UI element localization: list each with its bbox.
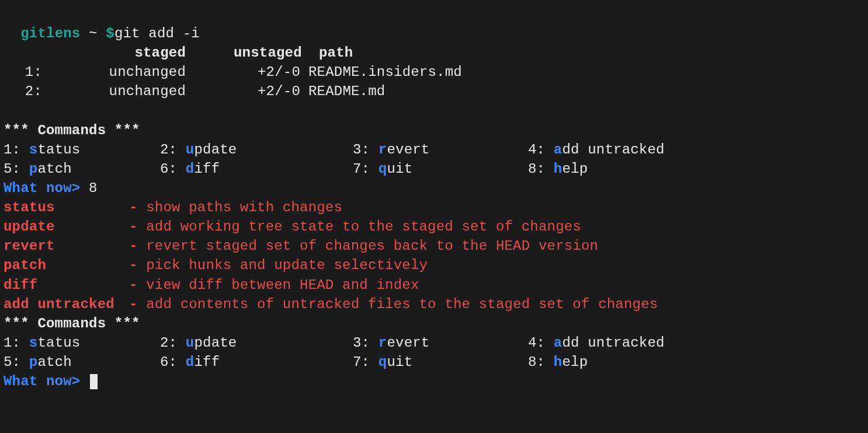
header-unstaged: unstaged [209, 43, 314, 62]
commands-row: 1: status 2: update 3: revert 4: add unt… [4, 140, 864, 159]
blank-line [4, 102, 864, 121]
file-unstaged: +2/-0 [209, 82, 308, 101]
what-now-prompt: What now> [4, 180, 80, 196]
help-line-add-untracked: add untracked- add contents of untracked… [4, 295, 864, 314]
commands-row: 5: patch 6: diff 7: quit 8: help [4, 159, 864, 179]
file-staged: unchanged [46, 82, 209, 101]
cmd-item-add-untracked[interactable]: 4: add untracked [528, 140, 665, 159]
cmd-item-quit[interactable]: 7: quit [353, 159, 528, 179]
prompt-line[interactable]: gitlens ~ $git add -i [4, 5, 864, 43]
commands-title: *** Commands *** [4, 314, 864, 333]
prompt-dir: gitlens [20, 26, 80, 41]
file-path: README.md [308, 82, 385, 101]
cmd-item-update[interactable]: 2: update [160, 140, 353, 159]
file-staged: unchanged [46, 62, 209, 82]
commands-title: *** Commands *** [4, 121, 864, 140]
what-now-line[interactable]: What now> [4, 372, 864, 391]
cmd-item-patch[interactable]: 5: patch [4, 352, 160, 372]
header-staged: staged [4, 43, 209, 62]
status-header: staged unstaged path [4, 43, 864, 62]
cmd-item-diff[interactable]: 6: diff [160, 352, 353, 372]
file-path: README.insiders.md [308, 62, 462, 82]
file-row: 1: unchanged +2/-0 README.insiders.md [4, 62, 864, 82]
file-unstaged: +2/-0 [209, 62, 308, 82]
cmd-item-quit[interactable]: 7: quit [353, 352, 528, 372]
cmd-item-add-untracked[interactable]: 4: add untracked [528, 333, 665, 352]
cmd-item-update[interactable]: 2: update [160, 333, 353, 352]
file-num: 2: [4, 82, 46, 101]
prompt-sep: ~ [89, 26, 98, 41]
commands-row: 5: patch 6: diff 7: quit 8: help [4, 352, 864, 372]
cmd-item-help[interactable]: 8: help [528, 159, 588, 179]
file-num: 1: [4, 62, 46, 82]
commands-row: 1: status 2: update 3: revert 4: add unt… [4, 333, 864, 352]
user-input: 8 [89, 180, 98, 196]
header-path: path [314, 43, 353, 62]
what-now-line[interactable]: What now> 8 [4, 179, 864, 198]
cmd-item-patch[interactable]: 5: patch [4, 159, 160, 179]
help-line-diff: diff- view diff between HEAD and index [4, 275, 864, 295]
cmd-item-revert[interactable]: 3: revert [353, 333, 528, 352]
prompt-command: git add -i [114, 26, 200, 41]
help-line-revert: revert- revert staged set of changes bac… [4, 236, 864, 256]
prompt-sigil: $ [106, 26, 114, 41]
what-now-prompt: What now> [4, 373, 80, 389]
cmd-item-diff[interactable]: 6: diff [160, 159, 353, 179]
cmd-item-help[interactable]: 8: help [528, 352, 588, 372]
help-line-update: update- add working tree state to the st… [4, 217, 864, 236]
cmd-item-status[interactable]: 1: status [4, 140, 160, 159]
cmd-item-status[interactable]: 1: status [4, 333, 160, 352]
cursor-icon [90, 374, 98, 389]
file-row: 2: unchanged +2/-0 README.md [4, 82, 864, 101]
help-line-status: status- show paths with changes [4, 198, 864, 217]
help-line-patch: patch- pick hunks and update selectively [4, 256, 864, 275]
cmd-item-revert[interactable]: 3: revert [353, 140, 528, 159]
